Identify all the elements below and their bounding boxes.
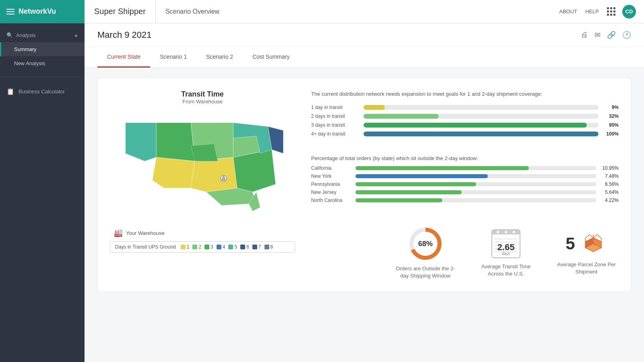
legend-num-8: 8	[270, 244, 273, 250]
calendar-icon: 2.65 days	[490, 228, 522, 260]
page-subtitle: Scenario Overview	[156, 8, 229, 15]
state-row-nj: New Jersey 5.64%	[311, 189, 619, 195]
bar-track-4	[363, 132, 599, 136]
hamburger-menu[interactable]	[6, 9, 14, 14]
business-calc-label: Business Calculator	[19, 88, 65, 95]
avg-zone-value: 5	[566, 234, 575, 253]
warehouse-label: 🏭 Your Warehouse	[110, 228, 295, 237]
legend-color-3	[204, 245, 209, 249]
bar-pct-1: 9%	[603, 105, 619, 110]
header-icons: 🖨 ✉ 🔗 🕐	[581, 31, 631, 39]
state-name-nc: North Carolina	[311, 197, 351, 203]
legend-6: 6	[240, 244, 249, 250]
user-avatar[interactable]: CD	[622, 5, 636, 19]
sidebar-item-summary[interactable]: Summary	[0, 42, 85, 56]
page-header: March 9 2021 🖨 ✉ 🔗 🕐	[85, 23, 644, 47]
state-pct-nj: 5.64%	[601, 189, 619, 195]
box-stat-container: 5	[566, 230, 607, 258]
legend-color-4	[217, 245, 221, 249]
svg-point-8	[505, 231, 507, 233]
bar-track-2	[363, 114, 599, 119]
bar-track-3	[363, 123, 599, 128]
content-card: Transit Time From Warehouse	[97, 78, 631, 292]
bar-pct-2: 32%	[603, 113, 619, 119]
history-icon[interactable]: 🕐	[622, 31, 631, 39]
legend-color-6	[240, 245, 245, 249]
legend-1: 1	[181, 244, 190, 250]
page-date: March 9 2021	[97, 30, 152, 40]
sidebar-item-business-calc[interactable]: 📋 Business Calculator	[0, 84, 85, 99]
map-title: Transit Time	[110, 90, 295, 99]
svg-point-7	[497, 231, 499, 233]
legend-8: 8	[264, 244, 273, 250]
state-name-pa: Pennsylvania	[311, 181, 351, 187]
warehouse-icon: 🏭	[114, 228, 123, 237]
usa-map	[114, 109, 291, 225]
orders-outside-stat: 68% Orders are Outside the 2-day Shippin…	[393, 226, 458, 280]
donut-value: 68%	[418, 240, 433, 248]
tab-scenario-1[interactable]: Scenario 1	[150, 47, 196, 68]
chevron-up-icon: ▲	[74, 33, 78, 37]
bar-row-4: 4+ day in transit 100%	[311, 131, 619, 137]
state-fill-nj	[355, 190, 462, 194]
legend-num-7: 7	[258, 244, 261, 250]
state-bar-pa	[355, 182, 597, 186]
avg-zone-label: Average Parcel Zone Per Shipment	[554, 261, 619, 276]
brand-area: NetworkVu	[0, 0, 85, 23]
tab-current-state[interactable]: Current State	[97, 47, 150, 68]
avg-zone-stat: 5	[554, 230, 619, 276]
legend-7: 7	[252, 244, 261, 250]
bar-fill-4	[363, 132, 599, 136]
legend-color-7	[252, 245, 257, 249]
legend-num-1: 1	[187, 244, 190, 250]
tabs-bar: Current State Scenario 1 Scenario 2 Cost…	[85, 47, 644, 68]
bar-label-2: 2 days in transit	[311, 113, 359, 119]
tab-cost-summary[interactable]: Cost Summary	[243, 47, 299, 68]
bar-label-1: 1 day in transit	[311, 105, 359, 110]
analysis-icon: 🔍	[6, 32, 13, 38]
state-pct-pa: 6.56%	[601, 181, 619, 187]
new-analysis-label: New Analysis	[14, 60, 45, 66]
state-pct-ca: 10.95%	[601, 165, 619, 171]
state-pct-nc: 4.22%	[601, 197, 619, 203]
state-pct-ny: 7.48%	[601, 173, 619, 179]
sidebar-group-analysis[interactable]: 🔍 Analysis ▲	[0, 28, 85, 42]
map-section: Transit Time From Warehouse	[110, 90, 619, 280]
legend-num-4: 4	[223, 244, 225, 250]
state-bar-ca	[355, 166, 597, 170]
link-icon[interactable]: 🔗	[607, 31, 616, 39]
svg-text:days: days	[502, 251, 510, 256]
print-icon[interactable]: 🖨	[581, 31, 588, 39]
coverage-description: The current distribution network needs e…	[311, 90, 619, 98]
bar-row-3: 3 days in transit 95%	[311, 122, 619, 128]
calc-icon: 📋	[6, 88, 14, 95]
state-fill-ny	[355, 174, 488, 178]
analysis-label: Analysis	[16, 32, 35, 38]
apps-grid-icon[interactable]	[607, 7, 614, 16]
about-button[interactable]: ABOUT	[559, 8, 577, 14]
legend-color-1	[181, 245, 186, 249]
state-bar-nc	[355, 198, 597, 202]
bar-fill-2	[363, 114, 439, 119]
sidebar-item-new-analysis[interactable]: New Analysis	[0, 56, 85, 70]
avg-transit-stat: 2.65 days Average Transit Time Across th…	[474, 228, 538, 278]
help-button[interactable]: HELP	[585, 8, 599, 14]
map-left: Transit Time From Warehouse	[110, 90, 295, 280]
legend-5: 5	[228, 244, 237, 250]
bar-label-3: 3 days in transit	[311, 122, 359, 128]
content-area: Transit Time From Warehouse	[85, 68, 644, 302]
top-actions: ABOUT HELP CD	[559, 5, 644, 19]
state-name-ny: New York	[311, 173, 351, 179]
state-row-ny: New York 7.48%	[311, 173, 619, 179]
bar-track-1	[363, 105, 599, 110]
legend-num-5: 5	[234, 244, 237, 250]
email-icon[interactable]: ✉	[594, 31, 601, 39]
state-fill-ca	[355, 166, 529, 170]
legend-4: 4	[217, 244, 225, 250]
box-icon	[579, 230, 607, 258]
bar-row-2: 2 days in transit 32%	[311, 113, 619, 119]
state-fill-pa	[355, 182, 476, 186]
state-row-nc: North Carolina 4.22%	[311, 197, 619, 203]
sidebar: 🔍 Analysis ▲ Summary New Analysis 📋 Busi…	[0, 23, 85, 362]
tab-scenario-2[interactable]: Scenario 2	[196, 47, 243, 68]
